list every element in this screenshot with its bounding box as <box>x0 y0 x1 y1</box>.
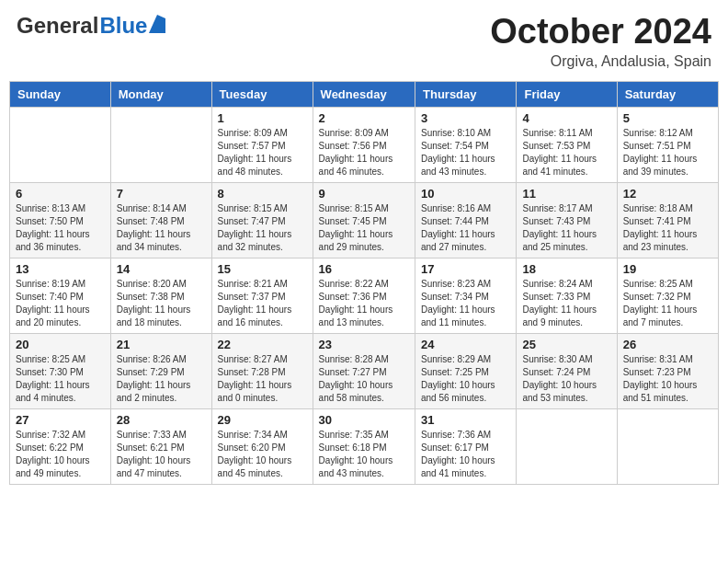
calendar-cell: 14Sunrise: 8:20 AM Sunset: 7:38 PM Dayli… <box>110 258 211 333</box>
calendar-cell <box>517 408 617 484</box>
calendar-cell: 26Sunrise: 8:31 AM Sunset: 7:23 PM Dayli… <box>617 333 718 408</box>
day-number: 25 <box>522 338 610 351</box>
calendar-cell: 3Sunrise: 8:10 AM Sunset: 7:54 PM Daylig… <box>415 107 517 182</box>
day-number: 27 <box>16 413 105 427</box>
calendar-cell <box>10 107 111 182</box>
day-number: 29 <box>218 413 307 427</box>
day-info: Sunrise: 8:25 AM Sunset: 7:30 PM Dayligh… <box>16 353 105 405</box>
day-info: Sunrise: 7:34 AM Sunset: 6:20 PM Dayligh… <box>218 429 307 480</box>
calendar-cell: 13Sunrise: 8:19 AM Sunset: 7:40 PM Dayli… <box>10 258 111 333</box>
day-info: Sunrise: 8:30 AM Sunset: 7:24 PM Dayligh… <box>522 353 610 405</box>
day-number: 6 <box>16 187 105 201</box>
day-number: 30 <box>319 413 409 427</box>
calendar-cell: 16Sunrise: 8:22 AM Sunset: 7:36 PM Dayli… <box>313 258 415 333</box>
calendar-cell: 18Sunrise: 8:24 AM Sunset: 7:33 PM Dayli… <box>517 258 617 333</box>
calendar-cell: 21Sunrise: 8:26 AM Sunset: 7:29 PM Dayli… <box>110 333 211 408</box>
day-number: 16 <box>319 262 409 276</box>
day-info: Sunrise: 8:25 AM Sunset: 7:32 PM Dayligh… <box>623 278 712 329</box>
day-of-week-header: Sunday <box>10 81 111 107</box>
day-number: 8 <box>218 187 307 201</box>
calendar-week-row: 1Sunrise: 8:09 AM Sunset: 7:57 PM Daylig… <box>10 107 719 182</box>
day-number: 10 <box>421 187 510 201</box>
day-info: Sunrise: 8:16 AM Sunset: 7:44 PM Dayligh… <box>421 202 510 254</box>
day-info: Sunrise: 8:19 AM Sunset: 7:40 PM Dayligh… <box>16 278 105 329</box>
calendar-cell: 25Sunrise: 8:30 AM Sunset: 7:24 PM Dayli… <box>517 333 617 408</box>
day-info: Sunrise: 7:36 AM Sunset: 6:17 PM Dayligh… <box>421 429 510 480</box>
calendar-cell: 11Sunrise: 8:17 AM Sunset: 7:43 PM Dayli… <box>517 182 617 258</box>
day-info: Sunrise: 8:21 AM Sunset: 7:37 PM Dayligh… <box>218 278 307 329</box>
calendar-cell: 19Sunrise: 8:25 AM Sunset: 7:32 PM Dayli… <box>617 258 718 333</box>
day-info: Sunrise: 8:24 AM Sunset: 7:33 PM Dayligh… <box>522 278 610 329</box>
day-number: 1 <box>218 111 307 125</box>
day-info: Sunrise: 8:15 AM Sunset: 7:47 PM Dayligh… <box>218 202 307 254</box>
day-info: Sunrise: 8:12 AM Sunset: 7:51 PM Dayligh… <box>623 127 712 178</box>
day-info: Sunrise: 8:13 AM Sunset: 7:50 PM Dayligh… <box>16 202 105 254</box>
day-number: 18 <box>522 262 610 276</box>
day-number: 19 <box>623 262 712 276</box>
day-info: Sunrise: 8:28 AM Sunset: 7:27 PM Dayligh… <box>319 353 409 405</box>
day-of-week-header: Saturday <box>617 81 718 107</box>
calendar-cell: 7Sunrise: 8:14 AM Sunset: 7:48 PM Daylig… <box>110 182 211 258</box>
logo-icon <box>149 15 165 33</box>
day-info: Sunrise: 8:09 AM Sunset: 7:57 PM Dayligh… <box>218 127 307 178</box>
day-number: 28 <box>117 413 206 427</box>
day-info: Sunrise: 7:35 AM Sunset: 6:18 PM Dayligh… <box>319 429 409 480</box>
day-info: Sunrise: 7:33 AM Sunset: 6:21 PM Dayligh… <box>117 429 206 480</box>
calendar-cell: 20Sunrise: 8:25 AM Sunset: 7:30 PM Dayli… <box>10 333 111 408</box>
calendar-table: SundayMondayTuesdayWednesdayThursdayFrid… <box>9 81 719 485</box>
day-info: Sunrise: 7:32 AM Sunset: 6:22 PM Dayligh… <box>16 429 105 480</box>
day-info: Sunrise: 8:09 AM Sunset: 7:56 PM Dayligh… <box>319 127 409 178</box>
calendar-week-row: 13Sunrise: 8:19 AM Sunset: 7:40 PM Dayli… <box>10 258 719 333</box>
calendar-cell: 27Sunrise: 7:32 AM Sunset: 6:22 PM Dayli… <box>10 408 111 484</box>
calendar-cell: 30Sunrise: 7:35 AM Sunset: 6:18 PM Dayli… <box>313 408 415 484</box>
day-number: 26 <box>623 338 712 351</box>
day-info: Sunrise: 8:23 AM Sunset: 7:34 PM Dayligh… <box>421 278 510 329</box>
day-number: 20 <box>16 338 105 351</box>
day-number: 3 <box>421 111 510 125</box>
calendar-cell: 5Sunrise: 8:12 AM Sunset: 7:51 PM Daylig… <box>617 107 718 182</box>
calendar-header-row: SundayMondayTuesdayWednesdayThursdayFrid… <box>10 81 719 107</box>
day-info: Sunrise: 8:27 AM Sunset: 7:28 PM Dayligh… <box>218 353 307 405</box>
page-header: General Blue October 2024 Orgiva, Andalu… <box>9 9 719 74</box>
day-number: 12 <box>623 187 712 201</box>
svg-marker-0 <box>149 15 165 33</box>
logo-general: General <box>17 13 98 39</box>
calendar-cell: 17Sunrise: 8:23 AM Sunset: 7:34 PM Dayli… <box>415 258 517 333</box>
logo: General Blue <box>17 13 165 39</box>
day-number: 21 <box>117 338 206 351</box>
calendar-cell: 22Sunrise: 8:27 AM Sunset: 7:28 PM Dayli… <box>211 333 313 408</box>
logo-blue: Blue <box>99 13 147 39</box>
day-info: Sunrise: 8:20 AM Sunset: 7:38 PM Dayligh… <box>117 278 206 329</box>
day-of-week-header: Tuesday <box>211 81 313 107</box>
calendar-week-row: 6Sunrise: 8:13 AM Sunset: 7:50 PM Daylig… <box>10 182 719 258</box>
calendar-cell: 1Sunrise: 8:09 AM Sunset: 7:57 PM Daylig… <box>211 107 313 182</box>
day-number: 22 <box>218 338 307 351</box>
day-info: Sunrise: 8:11 AM Sunset: 7:53 PM Dayligh… <box>522 127 610 178</box>
day-number: 7 <box>117 187 206 201</box>
calendar-cell: 6Sunrise: 8:13 AM Sunset: 7:50 PM Daylig… <box>10 182 111 258</box>
calendar-cell: 12Sunrise: 8:18 AM Sunset: 7:41 PM Dayli… <box>617 182 718 258</box>
calendar-cell <box>617 408 718 484</box>
day-info: Sunrise: 8:22 AM Sunset: 7:36 PM Dayligh… <box>319 278 409 329</box>
day-number: 11 <box>522 187 610 201</box>
calendar-week-row: 20Sunrise: 8:25 AM Sunset: 7:30 PM Dayli… <box>10 333 719 408</box>
day-number: 14 <box>117 262 206 276</box>
day-of-week-header: Monday <box>110 81 211 107</box>
day-number: 5 <box>623 111 712 125</box>
calendar-cell: 4Sunrise: 8:11 AM Sunset: 7:53 PM Daylig… <box>517 107 617 182</box>
calendar-cell: 24Sunrise: 8:29 AM Sunset: 7:25 PM Dayli… <box>415 333 517 408</box>
day-info: Sunrise: 8:14 AM Sunset: 7:48 PM Dayligh… <box>117 202 206 254</box>
calendar-cell: 15Sunrise: 8:21 AM Sunset: 7:37 PM Dayli… <box>211 258 313 333</box>
title-section: October 2024 Orgiva, Andalusia, Spain <box>490 13 711 70</box>
calendar-cell: 10Sunrise: 8:16 AM Sunset: 7:44 PM Dayli… <box>415 182 517 258</box>
calendar-cell: 9Sunrise: 8:15 AM Sunset: 7:45 PM Daylig… <box>313 182 415 258</box>
day-number: 24 <box>421 338 510 351</box>
day-number: 4 <box>522 111 610 125</box>
calendar-cell: 23Sunrise: 8:28 AM Sunset: 7:27 PM Dayli… <box>313 333 415 408</box>
calendar-cell: 31Sunrise: 7:36 AM Sunset: 6:17 PM Dayli… <box>415 408 517 484</box>
day-number: 9 <box>319 187 409 201</box>
day-info: Sunrise: 8:15 AM Sunset: 7:45 PM Dayligh… <box>319 202 409 254</box>
day-of-week-header: Wednesday <box>313 81 415 107</box>
day-info: Sunrise: 8:18 AM Sunset: 7:41 PM Dayligh… <box>623 202 712 254</box>
calendar-cell: 8Sunrise: 8:15 AM Sunset: 7:47 PM Daylig… <box>211 182 313 258</box>
